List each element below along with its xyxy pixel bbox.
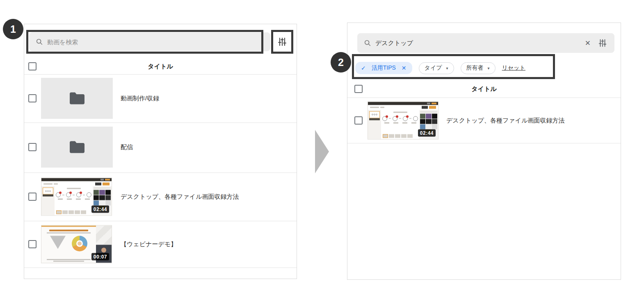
donut-chart-graphic <box>72 236 87 252</box>
folder-icon <box>68 91 86 106</box>
row-checkbox[interactable] <box>28 240 37 248</box>
thumb-editor-topbar <box>368 102 438 105</box>
dropdown-label: タイプ <box>425 64 442 72</box>
table-row[interactable]: 02:44 デスクトップ、各種ファイル画面収録方法 <box>24 172 297 221</box>
row-checkbox[interactable] <box>28 143 37 151</box>
highlight-filter-button <box>271 30 293 54</box>
remove-chip-icon[interactable]: ✕ <box>402 65 406 71</box>
duration-badge: 02:44 <box>91 206 109 213</box>
thumb-editor-topbar <box>41 178 112 181</box>
duration-badge: 00:07 <box>91 253 109 261</box>
folder-thumbnail[interactable] <box>41 78 113 119</box>
funnel-graphic <box>50 236 66 249</box>
folder-icon <box>68 140 86 154</box>
table-row[interactable]: 動画制作/収録 <box>24 74 297 123</box>
video-thumbnail[interactable]: 00:07 <box>41 225 112 263</box>
column-header-title: タイトル <box>347 85 621 93</box>
row-checkbox[interactable] <box>354 116 363 125</box>
highlight-search-box <box>26 30 263 54</box>
chip-label: 活用TIPS <box>372 64 396 72</box>
row-checkbox[interactable] <box>28 193 37 201</box>
search-input[interactable] <box>375 40 581 47</box>
chevron-down-icon: ▾ <box>488 66 490 70</box>
search-bar[interactable]: ✕ <box>357 33 614 53</box>
owner-filter-dropdown[interactable]: 所有者 ▾ <box>461 62 496 74</box>
row-title: デスクトップ、各種ファイル画面収録方法 <box>121 193 239 201</box>
table-row[interactable]: 02:44 デスクトップ、各種ファイル画面収録方法 <box>347 98 621 143</box>
divider <box>24 268 297 268</box>
tutorial-figure: 1 <box>0 0 644 304</box>
table-header: タイトル <box>347 80 621 98</box>
video-library-panel-before: タイトル 動画制作/収録 <box>24 24 297 279</box>
folder-thumbnail[interactable] <box>41 127 113 168</box>
row-checkbox[interactable] <box>28 94 37 102</box>
divider <box>347 143 621 143</box>
row-title: デスクトップ、各種ファイル画面収録方法 <box>446 116 565 124</box>
video-thumbnail[interactable]: 02:44 <box>368 101 438 139</box>
table-row[interactable]: 00:07 【ウェビナーデモ】 <box>24 221 297 268</box>
type-filter-dropdown[interactable]: タイプ ▾ <box>419 62 454 74</box>
tune-icon[interactable] <box>598 39 607 48</box>
filter-row: ✓ 活用TIPS ✕ タイプ ▾ 所有者 ▾ リセット <box>355 62 525 74</box>
table-row[interactable]: 配信 <box>24 123 297 172</box>
duration-badge: 02:44 <box>418 129 436 136</box>
search-icon <box>364 39 371 47</box>
check-icon: ✓ <box>361 65 366 71</box>
video-thumbnail[interactable]: 02:44 <box>41 178 112 216</box>
row-title: 【ウェビナーデモ】 <box>121 240 177 248</box>
dropdown-label: 所有者 <box>466 64 484 72</box>
step-1-badge: 1 <box>3 19 23 39</box>
thumb-editor-toolbar <box>41 181 112 186</box>
step-2-badge: 2 <box>331 52 351 73</box>
active-filter-chip[interactable]: ✓ 活用TIPS ✕ <box>355 62 412 74</box>
flow-arrow <box>315 130 329 173</box>
thumb-editor-toolbar <box>368 105 438 110</box>
video-library-panel-after: ✕ ✓ 活用TIPS ✕ タイプ ▾ <box>347 23 621 280</box>
row-title: 配信 <box>121 143 133 151</box>
clear-search-icon[interactable]: ✕ <box>585 40 591 47</box>
column-header-title: タイトル <box>24 62 297 70</box>
row-title: 動画制作/収録 <box>121 95 159 102</box>
tune-icon[interactable] <box>277 37 287 47</box>
table-header: タイトル <box>24 58 297 74</box>
chevron-down-icon: ▾ <box>446 66 448 70</box>
reset-filters-link[interactable]: リセット <box>502 64 525 72</box>
